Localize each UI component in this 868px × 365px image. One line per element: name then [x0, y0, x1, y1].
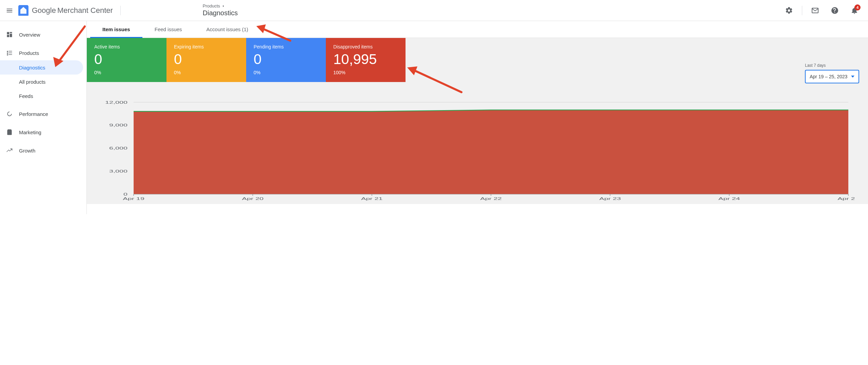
card-active-items[interactable]: Active items 0 0%: [87, 38, 166, 82]
breadcrumb-parent[interactable]: Products: [203, 3, 220, 9]
sidebar-item-label: Growth: [19, 148, 35, 154]
sidebar-item-overview[interactable]: Overview: [0, 27, 83, 42]
app-header: Google Merchant Center Products Diagnost…: [0, 0, 868, 21]
header-actions: 4: [782, 4, 861, 17]
card-label: Disapproved items: [333, 44, 398, 49]
caret-down-icon: [851, 76, 854, 78]
card-disapproved-items[interactable]: Disapproved items 10,995 100%: [326, 38, 406, 82]
card-value: 0: [174, 52, 239, 66]
svg-text:3,000: 3,000: [109, 169, 127, 173]
product-logo[interactable]: Google Merchant Center: [18, 5, 113, 16]
settings-button[interactable]: [782, 4, 796, 17]
sidebar-item-label: All products: [19, 79, 45, 85]
svg-text:Apr 22: Apr 22: [480, 197, 502, 201]
page-title: Diagnostics: [203, 9, 238, 17]
hamburger-icon: [6, 7, 13, 14]
sidebar-item-label: Products: [19, 50, 39, 56]
items-chart: 12,0009,0006,0003,0000Apr 19Apr 20Apr 21…: [97, 99, 854, 204]
svg-text:Apr 25: Apr 25: [837, 197, 854, 201]
tab-label: Feed issues: [155, 26, 182, 32]
product-name: Google Merchant Center: [32, 6, 113, 15]
card-value: 0: [254, 52, 318, 66]
dashboard-icon: [6, 31, 13, 38]
sidebar-item-label: Marketing: [19, 129, 41, 135]
card-value: 0: [94, 52, 159, 66]
card-percent: 0%: [254, 70, 318, 75]
help-icon: [831, 6, 839, 15]
chevron-right-icon: [221, 4, 225, 8]
date-range-caption: Last 7 days: [805, 63, 826, 68]
gear-icon: [785, 6, 793, 15]
svg-text:Apr 19: Apr 19: [123, 197, 144, 201]
svg-text:9,000: 9,000: [109, 123, 127, 127]
header-divider: [120, 6, 121, 15]
svg-text:Apr 21: Apr 21: [361, 197, 383, 201]
sidebar-item-all-products[interactable]: All products: [0, 75, 83, 89]
svg-text:0: 0: [123, 192, 127, 196]
sidebar-item-feeds[interactable]: Feeds: [0, 89, 83, 103]
card-label: Pending items: [254, 44, 318, 49]
list-icon: [6, 49, 13, 56]
shopping-bag-icon: [6, 129, 13, 136]
product-name-google: Google: [32, 6, 56, 15]
sidebar-item-products[interactable]: Products: [0, 45, 83, 60]
card-value: 10,995: [333, 52, 398, 66]
merchant-tag-icon: [18, 5, 28, 16]
card-percent: 100%: [333, 70, 398, 75]
product-name-merchant: Merchant Center: [57, 6, 113, 15]
sidebar-item-marketing[interactable]: Marketing: [0, 125, 83, 140]
status-cards: Active items 0 0% Expiring items 0 0% Pe…: [87, 38, 868, 82]
trend-up-icon: [6, 147, 13, 154]
date-range-select[interactable]: Apr 19 – 25, 2023: [805, 70, 859, 83]
svg-text:Apr 20: Apr 20: [242, 197, 264, 201]
date-range-value: Apr 19 – 25, 2023: [810, 74, 847, 79]
sidebar-item-label: Performance: [19, 111, 48, 117]
tab-feed-issues[interactable]: Feed issues: [153, 21, 184, 38]
sidebar-item-growth[interactable]: Growth: [0, 143, 83, 158]
card-percent: 0%: [94, 70, 159, 75]
tab-item-issues[interactable]: Item issues: [100, 21, 132, 38]
sidebar-item-label: Overview: [19, 32, 40, 38]
header-icons-divider: [802, 6, 802, 15]
sidebar: Overview Products Diagnostics All produc…: [0, 21, 86, 214]
notifications-button[interactable]: 4: [848, 4, 861, 17]
date-range-panel: Last 7 days Apr 19 – 25, 2023: [805, 63, 859, 83]
card-expiring-items[interactable]: Expiring items 0 0%: [166, 38, 246, 82]
chart-container: 12,0009,0006,0003,0000Apr 19Apr 20Apr 21…: [97, 99, 854, 204]
svg-text:12,000: 12,000: [105, 100, 127, 104]
card-label: Expiring items: [174, 44, 239, 49]
mail-icon: [811, 6, 819, 15]
help-button[interactable]: [828, 4, 842, 17]
tab-label: Item issues: [102, 26, 130, 32]
svg-text:Apr 24: Apr 24: [718, 197, 740, 201]
main-content: Item issues Feed issues Account issues (…: [86, 21, 868, 214]
sidebar-item-label: Diagnostics: [19, 65, 45, 70]
tab-label: Account issues (1): [206, 26, 248, 32]
card-percent: 0%: [174, 70, 239, 75]
breadcrumb: Products Diagnostics: [203, 3, 238, 17]
sidebar-item-performance[interactable]: Performance: [0, 106, 83, 121]
sidebar-item-diagnostics[interactable]: Diagnostics: [0, 60, 83, 75]
tabs: Item issues Feed issues Account issues (…: [87, 21, 868, 38]
notifications-badge: 4: [854, 4, 861, 11]
hamburger-menu-button[interactable]: [3, 4, 16, 17]
card-label: Active items: [94, 44, 159, 49]
svg-text:Apr 23: Apr 23: [599, 197, 621, 201]
tab-account-issues[interactable]: Account issues (1): [204, 21, 250, 38]
loading-circle-icon: [6, 110, 13, 117]
card-pending-items[interactable]: Pending items 0 0%: [246, 38, 326, 82]
svg-text:6,000: 6,000: [109, 146, 127, 150]
mail-button[interactable]: [808, 4, 822, 17]
sidebar-item-label: Feeds: [19, 93, 33, 99]
